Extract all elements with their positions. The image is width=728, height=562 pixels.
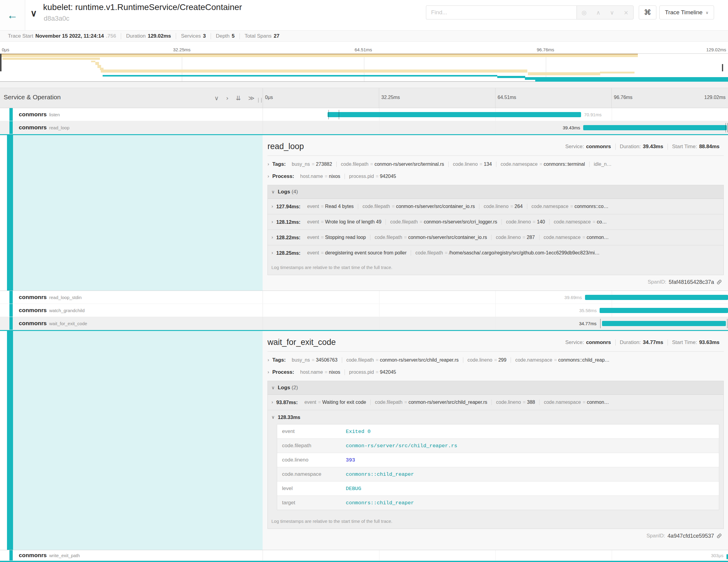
log-marker (727, 123, 728, 132)
log-entry-row[interactable]: › 127.94ms: eventRead 4 bytes code.filep… (268, 199, 723, 214)
service-name: conmonrs (19, 320, 47, 327)
find-input[interactable] (426, 5, 577, 19)
header-gridline (611, 88, 612, 108)
service-name: conmonrs (19, 307, 47, 314)
log-entry-row[interactable]: › 128.22ms: eventStopping read loop code… (268, 230, 723, 245)
tag-chip: busy_ns34506763 (287, 357, 342, 363)
collapse-one-icon[interactable]: ∨ (214, 94, 219, 102)
logs-header[interactable]: ∨ Logs (4) (268, 185, 723, 199)
tag-chip: code.namespaceconmonrs::terminal (496, 162, 589, 167)
span-row-read-loop[interactable]: conmonrs read_loop 39.43ms (0, 121, 728, 134)
log-marker (726, 123, 726, 132)
clear-search-icon[interactable]: × (624, 10, 628, 15)
log-field: eventRead 4 bytes (303, 204, 358, 209)
chevron-down-icon: ∨ (271, 414, 275, 420)
span-detail-wait-for-exit-code: wait_for_exit_code Service:conmonrs Dura… (0, 330, 728, 550)
chevron-right-icon: › (271, 250, 273, 256)
span-bar[interactable] (602, 321, 726, 326)
minimap-left-handle[interactable] (0, 54, 2, 71)
minimap-right-handle[interactable] (722, 64, 723, 71)
span-row-write-exit-path[interactable]: conmonrs write_exit_path 303μs (0, 550, 728, 561)
timeline-tick: 64.51ms (498, 95, 516, 100)
span-bar[interactable] (328, 112, 581, 117)
span-bar[interactable] (600, 308, 728, 313)
expand-one-icon[interactable]: › (226, 94, 229, 102)
back-button[interactable]: ← (0, 0, 25, 30)
span-id-row: SpanID: 5faf48165428c37a (267, 275, 724, 289)
focus-target-icon[interactable]: ◎ (582, 10, 587, 15)
log-field: code.namespaceconmon… (539, 400, 613, 405)
summary-total-spans: Total Spans 27 (240, 33, 284, 39)
minimap-tick: 64.51ms (355, 47, 372, 52)
chevron-right-icon: › (271, 400, 273, 405)
span-duration-label: 303μs (711, 553, 723, 558)
summary-services: Services 3 (176, 33, 211, 39)
span-bar[interactable] (726, 554, 728, 559)
column-resizer-handle[interactable] (258, 98, 262, 103)
process-chip: process.pid942045 (345, 174, 400, 179)
tags-toggle-row[interactable]: › Tags: busy_ns34506763 code.filepathcon… (267, 355, 724, 366)
keyboard-shortcuts-button[interactable]: ⌘ (639, 5, 656, 19)
service-name: conmonrs (19, 111, 47, 118)
log-field: code.filepathconmon-rs/server/src/cri_lo… (386, 219, 501, 225)
collapse-trace-header-icon[interactable]: ∨ (30, 8, 37, 19)
minimap-tick: 96.76ms (537, 47, 554, 52)
view-selector-label: Trace Timeline (665, 9, 702, 16)
minimap-span-bar (2, 58, 100, 60)
minimap-canvas[interactable] (0, 53, 728, 82)
minimap-footer-strip (0, 82, 728, 88)
process-toggle-row[interactable]: › Process: host.namenixos process.pid942… (267, 171, 724, 182)
prev-result-icon[interactable]: ∧ (596, 10, 600, 15)
service-name: conmonrs (19, 124, 47, 131)
log-field: code.namespaceconmonrs::co… (527, 204, 613, 209)
trace-title: kubelet: runtime.v1.RuntimeService/Creat… (43, 2, 242, 12)
next-result-icon[interactable]: ∨ (610, 10, 614, 15)
process-chip: host.namenixos (296, 370, 345, 375)
summary-duration: Duration 129.02ms (121, 33, 176, 39)
chevron-down-icon: ∨ (271, 385, 275, 390)
log-field: code.filepathconmon-rs/server/src/contai… (370, 235, 491, 240)
tag-chip: code.lineno134 (448, 162, 496, 167)
header-gridline (263, 88, 263, 108)
logs-header[interactable]: ∨ Logs (2) (268, 381, 723, 395)
deep-link-icon[interactable] (716, 279, 722, 285)
chevron-right-icon: › (267, 174, 269, 179)
log-entry-toggle[interactable]: ∨ 128.33ms (268, 410, 723, 424)
tags-toggle-row[interactable]: › Tags: busy_ns273882 code.filepathconmo… (267, 159, 724, 170)
minimap-tick: 0μs (2, 47, 9, 52)
operation-name: read_loop_stdin (49, 295, 82, 300)
trace-timeline-page: ← ∨ kubelet: runtime.v1.RuntimeService/C… (0, 0, 728, 562)
minimap-span-bar (600, 72, 634, 73)
span-duration-label: 34.77ms (579, 321, 597, 326)
log-field: code.lineno140 (502, 219, 549, 225)
operation-name: watch_grandchild (49, 308, 85, 313)
service-color-stripe (9, 317, 13, 330)
next-detail-top-border (0, 561, 728, 562)
view-selector-button[interactable]: Trace Timeline ∨ (659, 5, 714, 19)
span-row-listen[interactable]: conmonrs listen 70.91ms (0, 108, 728, 121)
expand-all-icon[interactable]: ≫ (248, 94, 254, 102)
tag-chip: idle_n… (589, 162, 616, 167)
log-entry-row[interactable]: › 93.87ms: eventWaiting for exit code co… (268, 395, 723, 410)
log-field: code.lineno388 (492, 400, 539, 405)
timeline-tick: 129.02ms (704, 95, 726, 100)
detail-left-highlight (13, 331, 263, 550)
span-bar[interactable] (585, 295, 728, 300)
deep-link-icon[interactable] (716, 533, 722, 539)
collapse-all-icon[interactable]: ⇊ (236, 94, 241, 102)
log-entry-row[interactable]: › 128.12ms: eventWrote log line of lengt… (268, 214, 723, 230)
detail-span-title: wait_for_exit_code (267, 338, 336, 347)
log-entry-row[interactable]: › 128.25ms: eventderegistering event sou… (268, 245, 723, 261)
service-color-stripe (9, 550, 13, 560)
span-duration-label: 39.43ms (563, 125, 580, 130)
process-toggle-row[interactable]: › Process: host.namenixos process.pid942… (267, 367, 724, 378)
span-detail-read-loop: read_loop Service:conmonrs Duration:39.4… (0, 134, 728, 291)
span-bar[interactable] (583, 125, 727, 130)
span-row-watch-grandchild[interactable]: conmonrs watch_grandchild 35.58ms (0, 304, 728, 317)
service-operation-heading: Service & Operation (4, 94, 61, 101)
span-row-read-loop-stdin[interactable]: conmonrs read_loop_stdin 39.69ms (0, 291, 728, 304)
span-row-wait-for-exit-code[interactable]: conmonrs wait_for_exit_code 34.77ms (0, 317, 728, 330)
log-marker (339, 110, 339, 119)
span-id-row: SpanID: 4a947cfd1ce59537 (267, 529, 724, 543)
table-row: targetconmonrs::child_reaper (277, 496, 719, 510)
